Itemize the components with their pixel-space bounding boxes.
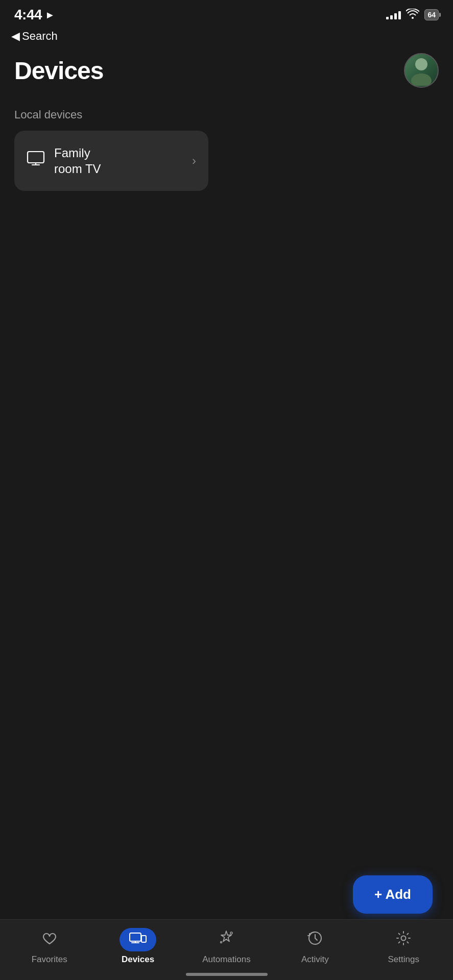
add-button-label: + Add xyxy=(374,887,411,902)
devices-icon xyxy=(129,931,147,949)
heart-icon xyxy=(42,931,57,949)
nav-item-devices[interactable]: Devices xyxy=(112,928,163,965)
family-room-tv-card[interactable]: Familyroom TV › xyxy=(14,131,208,191)
activity-icon-wrap xyxy=(297,928,333,951)
nav-item-activity[interactable]: Activity xyxy=(290,928,341,965)
sparkles-icon xyxy=(218,930,234,950)
svg-rect-2 xyxy=(28,152,44,163)
status-bar: 4:44 ► 64 xyxy=(0,0,453,27)
page-header: Devices xyxy=(0,48,453,98)
activity-label: Activity xyxy=(301,954,329,965)
nav-item-favorites[interactable]: Favorites xyxy=(24,928,75,965)
location-icon: ► xyxy=(45,9,55,21)
back-navigation[interactable]: ◀ Search xyxy=(0,27,453,48)
svg-point-0 xyxy=(415,58,427,70)
status-left: 4:44 ► xyxy=(14,7,55,23)
page-title: Devices xyxy=(14,57,103,85)
svg-rect-6 xyxy=(141,936,146,942)
add-button[interactable]: + Add xyxy=(353,875,433,914)
settings-icon-wrap xyxy=(385,928,422,951)
signal-bars-icon xyxy=(386,10,401,19)
back-label: Search xyxy=(22,30,58,43)
settings-label: Settings xyxy=(388,954,419,965)
tv-icon xyxy=(27,150,45,172)
avatar[interactable] xyxy=(404,53,439,88)
status-right: 64 xyxy=(386,9,439,21)
svg-point-12 xyxy=(401,936,406,940)
devices-label: Devices xyxy=(122,954,154,965)
section-title: Local devices xyxy=(14,108,439,121)
chevron-right-icon: › xyxy=(192,154,196,168)
automations-label: Automations xyxy=(202,954,251,965)
device-name: Familyroom TV xyxy=(54,145,101,177)
automations-icon-wrap xyxy=(208,928,245,951)
nav-item-settings[interactable]: Settings xyxy=(378,928,429,965)
home-indicator xyxy=(186,973,268,976)
status-time: 4:44 xyxy=(14,7,42,23)
local-devices-section: Local devices Familyroom TV › xyxy=(0,98,453,191)
favorites-label: Favorites xyxy=(32,954,67,965)
devices-icon-wrap xyxy=(120,928,156,951)
nav-item-automations[interactable]: Automations xyxy=(201,928,252,965)
back-chevron-icon: ◀ xyxy=(11,30,20,43)
bottom-nav: Favorites Devices xyxy=(0,919,453,980)
favorites-icon-wrap xyxy=(31,928,68,951)
history-icon xyxy=(307,930,323,949)
svg-rect-5 xyxy=(130,933,141,941)
battery-icon: 64 xyxy=(424,9,439,20)
wifi-icon xyxy=(406,9,419,21)
svg-point-1 xyxy=(411,74,432,86)
svg-point-10 xyxy=(221,941,222,943)
svg-point-9 xyxy=(230,932,232,934)
device-card-left: Familyroom TV xyxy=(27,145,101,177)
gear-icon xyxy=(396,930,411,949)
